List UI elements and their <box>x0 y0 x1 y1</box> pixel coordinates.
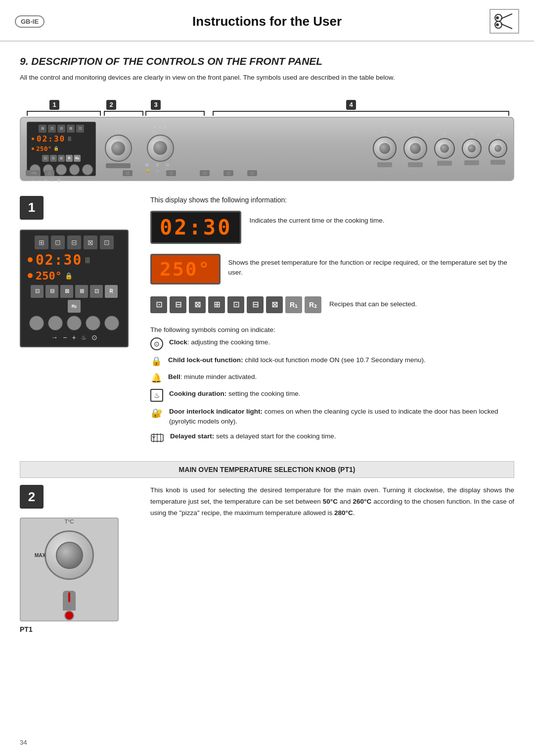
section9-title: 9. DESCRIPTION OF THE CONTROLS ON THE FR… <box>20 55 514 67</box>
section2-right: This knob is used for selecting the desi… <box>150 485 514 519</box>
oven-display: ⊞ ⊡ ⊟ ⊠ ⊡ 02:30 ||| 250° 🔒 ⊡ <box>27 122 96 176</box>
temp-description: Shows the preset temperature for the fun… <box>228 254 514 278</box>
main-content: 9. DESCRIPTION OF THE CONTROLS ON THE FR… <box>0 42 534 669</box>
display-panel-image: ⊞ ⊡ ⊟ ⊠ ⊡ 02:30 ||| 250° 🔒 ⊡ <box>20 230 129 347</box>
oven-function-knob: ✦R⊞ BIO ⊠⊡⊟ 🔒♨⊙ <box>140 125 180 173</box>
section2-content: 2 T°C MAX <box>20 485 514 637</box>
time-display-box: 02:30 <box>150 211 241 244</box>
section2-desc-mid: and <box>338 498 353 505</box>
cooking-duration-text: Cooking duration: setting the cooking ti… <box>169 389 301 399</box>
oven-burners: ⊙ ⊙ ⊙ ⊙ <box>185 130 507 167</box>
temp-display-box: 250° <box>150 254 221 284</box>
delayed-start-text: Delayed start: sets a delayed start for … <box>170 431 336 441</box>
bell-icon: 🔔 <box>150 372 162 384</box>
svg-point-2 <box>496 16 499 19</box>
door-interlock-icon: 🔐 <box>150 407 163 420</box>
panel-num-2: 2 <box>106 100 116 110</box>
symbol-cooking-duration: ♨ Cooking duration: setting the cooking … <box>150 389 514 402</box>
oven-bottom-controls: −+⊙ ▢ ▢ ▢ ▢ ▢ ▢ <box>26 169 508 177</box>
symbol-clock: ⊙ Clock: adjusting the cooking time. <box>150 337 514 350</box>
knob-max-label: MAX <box>35 553 45 558</box>
symbol-bell: 🔔 Bell: minute minder activated. <box>150 372 514 384</box>
section2-header-pt: (PT1) <box>338 466 355 473</box>
cooking-duration-icon: ♨ <box>150 389 163 402</box>
temp-pizza-value: 280°C <box>334 509 353 517</box>
section2-badge: 2 <box>20 485 44 509</box>
knob-tc-label: T°C <box>64 519 74 524</box>
display-temp-value: 250° <box>160 258 211 280</box>
header-scissors-icon <box>490 9 519 34</box>
svg-point-3 <box>496 23 499 26</box>
panel-num-1: 1 <box>49 100 59 110</box>
panel-num-4: 4 <box>346 100 356 110</box>
childlock-icon: 🔒 <box>150 355 162 367</box>
knob-large-visual <box>44 530 94 580</box>
clock-text: Clock: adjusting the cooking time. <box>169 337 270 347</box>
page-header: GB-IE Instructions for the User <box>0 0 534 42</box>
panel-num-3: 3 <box>151 100 161 110</box>
section2-left: 2 T°C MAX <box>20 485 138 637</box>
section9-intro: All the control and monitoring devices a… <box>20 72 514 83</box>
recipe-description: Recipes that can be selected. <box>329 296 417 309</box>
svg-line-4 <box>501 14 512 19</box>
section1-badge: 1 <box>20 196 44 220</box>
clock-icon: ⊙ <box>150 337 163 350</box>
temp-max-value: 260°C <box>353 498 372 505</box>
symbol-delayed-start: Delayed start: sets a delayed start for … <box>150 431 514 444</box>
section2-header: MAIN OVEN TEMPERATURE SELECTION KNOB (PT… <box>20 461 514 478</box>
svg-line-5 <box>501 24 512 29</box>
recipe-icons-row: ⊡ ⊟ ⊠ ⊞ ⊡ ⊟ ⊠ R₁ R₂ <box>150 296 321 313</box>
section2-header-text: MAIN OVEN TEMPERATURE SELECTION KNOB <box>179 466 336 473</box>
section1-detail: 1 ⊞ ⊡ ⊟ ⊠ ⊡ 02:30 ||| 250° 🔒 <box>20 196 514 450</box>
page-number: 34 <box>20 739 27 746</box>
display-time-value: 02:30 <box>160 215 232 239</box>
section2-desc-final: . <box>353 509 355 517</box>
oven-temp-knob: T°C <box>101 129 135 168</box>
door-interlock-text: Door interlock indicator light: comes on… <box>169 407 514 427</box>
knob-image: T°C MAX <box>20 518 119 621</box>
time-description: Indicates the current time or the cookin… <box>249 211 384 226</box>
section2-description: This knob is used for selecting the desi… <box>150 485 514 519</box>
symbols-intro-text: The following symbols coming on indicate… <box>150 326 514 333</box>
section2-detail: MAIN OVEN TEMPERATURE SELECTION KNOB (PT… <box>20 461 514 637</box>
panel-diagram-wrapper: 1 2 3 4 <box>20 92 514 181</box>
childlock-text: Child lock-out function: child lock-out … <box>168 355 426 365</box>
display-intro-text: This display shows the following informa… <box>150 196 514 204</box>
locale-badge: GB-IE <box>15 15 44 28</box>
bell-text: Bell: minute minder activated. <box>168 372 257 382</box>
temp-min-value: 50°C <box>323 498 338 505</box>
pt1-label: PT1 <box>20 625 138 633</box>
page-title: Instructions for the User <box>44 14 490 29</box>
delayed-start-icon <box>150 431 164 444</box>
symbol-childlock: 🔒 Child lock-out function: child lock-ou… <box>150 355 514 367</box>
symbol-door-interlock: 🔐 Door interlock indicator light: comes … <box>150 407 514 427</box>
section1-left: 1 ⊞ ⊡ ⊟ ⊠ ⊡ 02:30 ||| 250° 🔒 <box>20 196 138 347</box>
section1-right: This display shows the following informa… <box>150 196 514 450</box>
oven-front-panel: ⊞ ⊡ ⊟ ⊠ ⊡ 02:30 ||| 250° 🔒 ⊡ <box>20 117 514 181</box>
